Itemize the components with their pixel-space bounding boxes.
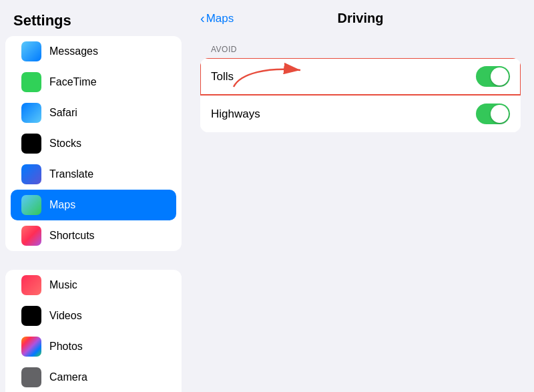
sidebar-item-label-photos: Photos: [49, 341, 83, 353]
messages-icon: [21, 41, 41, 61]
music-icon: [21, 275, 41, 295]
sidebar-item-label-shortcuts: Shortcuts: [49, 230, 95, 242]
sidebar-item-label-maps: Maps: [49, 199, 75, 211]
sidebar-item-shortcuts[interactable]: Shortcuts: [11, 220, 176, 251]
sidebar-item-camera[interactable]: Camera: [11, 362, 176, 392]
stocks-icon: [21, 134, 41, 154]
toggle-knob-highways: [491, 105, 509, 123]
safari-icon: [21, 103, 41, 123]
section-label: AVOID: [200, 45, 521, 54]
settings-row-highways: Highways: [200, 95, 521, 132]
sidebar-item-label-translate: Translate: [49, 168, 93, 180]
sidebar-item-label-safari: Safari: [49, 107, 77, 119]
back-chevron-icon: ‹: [200, 11, 205, 26]
toggle-highways[interactable]: [476, 104, 510, 124]
sidebar-item-label-music: Music: [49, 279, 77, 291]
back-button[interactable]: ‹ Maps: [200, 11, 234, 26]
sidebar-item-videos[interactable]: Videos: [11, 301, 176, 331]
sidebar-item-safari[interactable]: Safari: [11, 97, 176, 128]
settings-card: TollsHighways: [200, 58, 521, 132]
main-panel: ‹ Maps Driving AVOID TollsHighways: [187, 0, 534, 392]
sidebar: Settings MessagesFaceTimeSafariStocksTra…: [0, 0, 187, 392]
facetime-icon: [21, 72, 41, 92]
sidebar-item-label-videos: Videos: [49, 310, 82, 322]
sidebar-item-label-messages: Messages: [49, 45, 98, 57]
sidebar-item-photos[interactable]: Photos: [11, 331, 176, 362]
sidebar-item-music[interactable]: Music: [11, 270, 176, 301]
sidebar-item-maps[interactable]: Maps: [11, 190, 176, 220]
camera-icon: [21, 367, 41, 387]
maps-icon: [21, 195, 41, 215]
row-label-tolls: Tolls: [211, 70, 234, 83]
sidebar-item-stocks[interactable]: Stocks: [11, 128, 176, 159]
back-label: Maps: [206, 12, 234, 25]
settings-row-tolls: Tolls: [200, 58, 521, 95]
shortcuts-icon: [21, 226, 41, 246]
sidebar-item-facetime[interactable]: FaceTime: [11, 67, 176, 97]
toggle-tolls[interactable]: [476, 66, 510, 87]
sidebar-item-label-camera: Camera: [49, 371, 87, 383]
main-header: ‹ Maps Driving: [187, 0, 534, 34]
videos-icon: [21, 306, 41, 326]
photos-icon: [21, 337, 41, 357]
row-label-highways: Highways: [211, 108, 260, 121]
main-content: AVOID TollsHighways: [187, 34, 534, 392]
sidebar-item-label-stocks: Stocks: [49, 138, 81, 150]
sidebar-item-label-facetime: FaceTime: [49, 76, 97, 88]
page-title: Driving: [338, 11, 384, 26]
toggle-knob-tolls: [491, 67, 509, 85]
sidebar-title: Settings: [0, 0, 187, 36]
main-content-area: ‹ Maps Driving AVOID TollsHighways: [187, 0, 534, 392]
sidebar-item-translate[interactable]: Translate: [11, 159, 176, 190]
translate-icon: [21, 164, 41, 184]
sidebar-item-messages[interactable]: Messages: [11, 36, 176, 67]
